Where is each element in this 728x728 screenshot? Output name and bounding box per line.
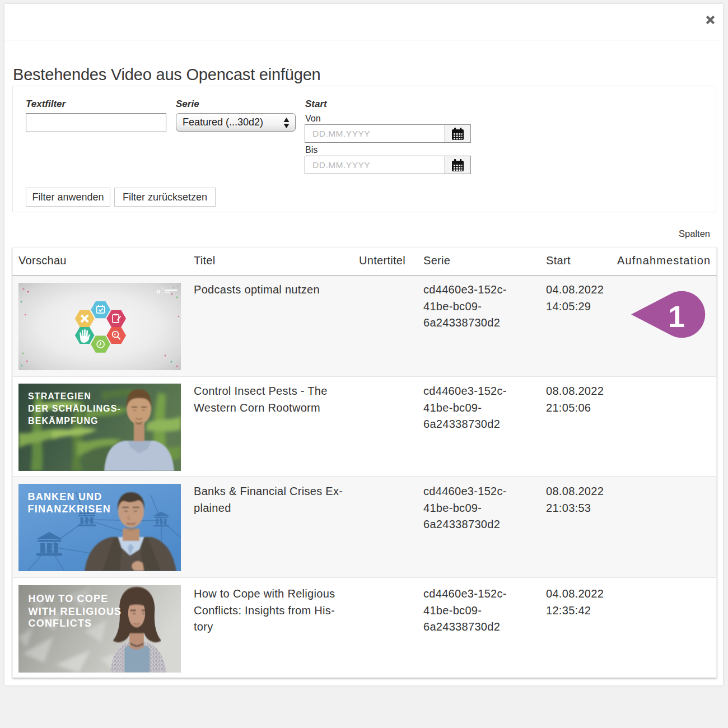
svg-text:BEKÄMPFUNG: BEKÄMPFUNG xyxy=(28,416,99,426)
svg-text:b: b xyxy=(162,286,164,291)
svg-text:STRATEGIEN: STRATEGIEN xyxy=(28,391,91,401)
svg-text:FINANZKRISEN: FINANZKRISEN xyxy=(28,503,111,515)
svg-text:u: u xyxy=(157,287,161,295)
svg-text:CONFLICTS: CONFLICTS xyxy=(29,618,92,629)
svg-text:1: 1 xyxy=(668,300,685,333)
svg-text:BANKEN UND: BANKEN UND xyxy=(28,491,102,502)
svg-text:DER SCHÄDLINGS-: DER SCHÄDLINGS- xyxy=(28,404,121,413)
svg-text:WITH RELIGIOUS: WITH RELIGIOUS xyxy=(29,606,122,617)
svg-text:HOW TO COPE: HOW TO COPE xyxy=(29,593,109,604)
